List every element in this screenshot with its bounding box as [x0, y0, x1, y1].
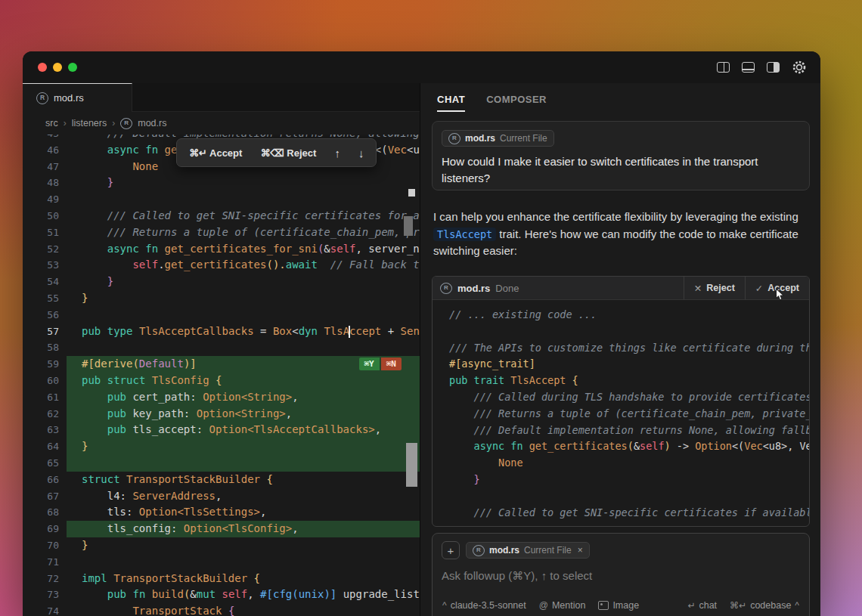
code-line[interactable]: 63 pub tls_accept: Option<TlsAcceptCallb…: [23, 422, 420, 438]
split-editor-icon[interactable]: [717, 62, 730, 73]
scrollbar-thumb[interactable]: [406, 443, 417, 487]
code-line[interactable]: 62 pub key_path: Option<String>,: [23, 406, 420, 423]
code-line[interactable]: 73 pub fn build(&mut self, #[cfg(unix)] …: [23, 587, 420, 603]
submit-codebase-button[interactable]: ⌘↵ codebase ^: [730, 600, 799, 611]
code-line[interactable]: 68 tls: Option<TlsSettings>,: [23, 504, 420, 521]
code-line[interactable]: 56: [23, 307, 420, 323]
code-text: /// Called to get SNI-specific certifica…: [433, 505, 809, 522]
code-text: l4: ServerAddress,: [67, 488, 420, 505]
code-line[interactable]: [433, 488, 809, 505]
tab-chat[interactable]: CHAT: [437, 94, 465, 112]
submit-chat-label: chat: [699, 600, 717, 611]
breadcrumb-item-file[interactable]: mod.rs: [138, 118, 166, 128]
code-line[interactable]: async fn get_certificates(&self) -> Opti…: [433, 438, 809, 455]
code-line[interactable]: 52 async fn get_certificates_for_sni(&se…: [23, 241, 420, 258]
code-line[interactable]: 48 }: [23, 175, 420, 191]
accept-hunk-badge[interactable]: ⌘Y: [359, 358, 380, 370]
line-number: 72: [23, 571, 67, 587]
code-editor[interactable]: 45 /// Default implementation returns No…: [23, 135, 420, 616]
code-line[interactable]: #[async_trait]: [433, 356, 809, 373]
x-icon: ✕: [694, 283, 702, 294]
code-line[interactable]: 64}: [23, 438, 420, 455]
toggle-panel-icon[interactable]: [742, 62, 755, 73]
close-window-button[interactable]: [38, 63, 47, 72]
code-line[interactable]: 66struct TransportStackBuilder {: [23, 472, 420, 488]
code-line[interactable]: 58: [23, 339, 420, 356]
code-line[interactable]: }: [433, 472, 809, 488]
toggle-sidebar-right-icon[interactable]: [767, 62, 780, 73]
editor-pane: R mod.rs src › listeners › R mod.rs 45 /…: [23, 83, 420, 616]
code-line[interactable]: pub trait TlsAccept {: [433, 373, 809, 389]
code-text: pub type TlsAcceptCallbacks = Box<dyn Tl…: [67, 323, 420, 340]
code-line[interactable]: /// Called during TLS handshake to provi…: [433, 389, 809, 406]
code-line[interactable]: 60pub struct TlsConfig {: [23, 373, 420, 389]
accept-all-button[interactable]: ⌘↵ Accept: [189, 147, 242, 159]
chat-tab-bar: CHAT COMPOSER: [420, 83, 820, 112]
line-number: 53: [23, 257, 67, 274]
remove-context-icon[interactable]: ×: [578, 545, 583, 556]
next-diff-button[interactable]: ↓: [358, 147, 364, 159]
line-number: 73: [23, 587, 67, 603]
code-text: [67, 307, 420, 323]
code-line[interactable]: 72impl TransportStackBuilder {: [23, 571, 420, 587]
code-line[interactable]: 74 TransportStack {: [23, 603, 420, 616]
code-line[interactable]: /// The APIs to customize things like ce…: [433, 340, 809, 357]
rust-file-icon: R: [120, 118, 132, 129]
line-number: 61: [23, 389, 67, 406]
code-line[interactable]: // ... existing code ...: [433, 307, 809, 323]
prev-diff-button[interactable]: ↑: [334, 147, 340, 159]
code-line[interactable]: 55}: [23, 290, 420, 307]
code-line[interactable]: 50 /// Called to get SNI-specific certif…: [23, 208, 420, 224]
code-line[interactable]: /// Default implementation returns None,…: [433, 423, 809, 439]
submit-chat-button[interactable]: ↵ chat: [687, 600, 717, 611]
code-line[interactable]: 54 }: [23, 274, 420, 290]
assistant-message-text: I can help you enhance the certificate f…: [433, 209, 811, 260]
code-line[interactable]: 53 self.get_certificates().await // Fall…: [23, 257, 420, 274]
model-selector[interactable]: ^ claude-3.5-sonnet: [442, 600, 526, 611]
chat-input-box[interactable]: + R mod.rs Current File × Ask followup (…: [432, 533, 810, 616]
code-line[interactable]: 71: [23, 554, 420, 571]
line-number: 68: [23, 504, 67, 521]
editor-tab-bar: R mod.rs: [23, 83, 420, 112]
code-line[interactable]: [433, 323, 809, 340]
code-line[interactable]: 57pub type TlsAcceptCallbacks = Box<dyn …: [23, 323, 420, 340]
tab-composer[interactable]: COMPOSER: [486, 94, 547, 112]
code-line[interactable]: 67 l4: ServerAddress,: [23, 488, 420, 505]
code-text: pub key_path: Option<String>,: [67, 406, 420, 423]
code-line[interactable]: 49: [23, 191, 420, 208]
input-context-chip[interactable]: R mod.rs Current File ×: [466, 542, 590, 559]
code-line[interactable]: 69 tls_config: Option<TlsConfig>,: [23, 521, 420, 537]
code-line[interactable]: 70}: [23, 537, 420, 554]
settings-gear-icon[interactable]: [792, 60, 807, 75]
code-text: [433, 488, 809, 505]
tab-label: mod.rs: [54, 92, 84, 104]
code-line[interactable]: /// Called to get SNI-specific certifica…: [433, 505, 809, 522]
reject-all-button[interactable]: ⌘⌫ Reject: [260, 147, 316, 159]
tab-mod-rs[interactable]: R mod.rs: [23, 83, 132, 112]
add-context-button[interactable]: +: [442, 541, 460, 559]
mention-button[interactable]: @ Mention: [539, 600, 586, 611]
breadcrumb-item-listeners[interactable]: listeners: [72, 118, 107, 128]
inline-code-tlsaccept[interactable]: TlsAccept: [433, 228, 496, 241]
code-line[interactable]: 61 pub cert_path: Option<String>,: [23, 389, 420, 406]
reject-hunk-badge[interactable]: ⌘N: [381, 358, 402, 370]
breadcrumb-item-src[interactable]: src: [45, 118, 58, 128]
line-number: 45: [23, 135, 67, 142]
code-text: pub tls_accept: Option<TlsAcceptCallback…: [67, 422, 420, 438]
line-number: 71: [23, 554, 67, 571]
chip-file-name: mod.rs: [465, 133, 495, 144]
code-line[interactable]: 51 /// Returns a tuple of (certificate_c…: [23, 224, 420, 241]
code-line[interactable]: /// Returns a tuple of (certificate_chai…: [433, 406, 809, 423]
image-button[interactable]: Image: [598, 600, 639, 611]
code-text: [433, 323, 809, 340]
code-text: struct TransportStackBuilder {: [67, 472, 420, 488]
context-file-chip[interactable]: R mod.rs Current File: [442, 130, 554, 147]
code-line[interactable]: None: [433, 455, 809, 472]
minimize-window-button[interactable]: [53, 63, 62, 72]
suggested-code-block: // ... existing code .../// The APIs to …: [433, 300, 809, 521]
code-line[interactable]: 65: [23, 455, 420, 472]
zoom-window-button[interactable]: [68, 63, 77, 72]
code-text: pub fn build(&mut self, #[cfg(unix)] upg…: [67, 587, 420, 603]
reject-edit-button[interactable]: ✕ Reject: [684, 277, 745, 299]
chat-input-placeholder[interactable]: Ask followup (⌘Y), ↑ to select: [442, 569, 800, 583]
